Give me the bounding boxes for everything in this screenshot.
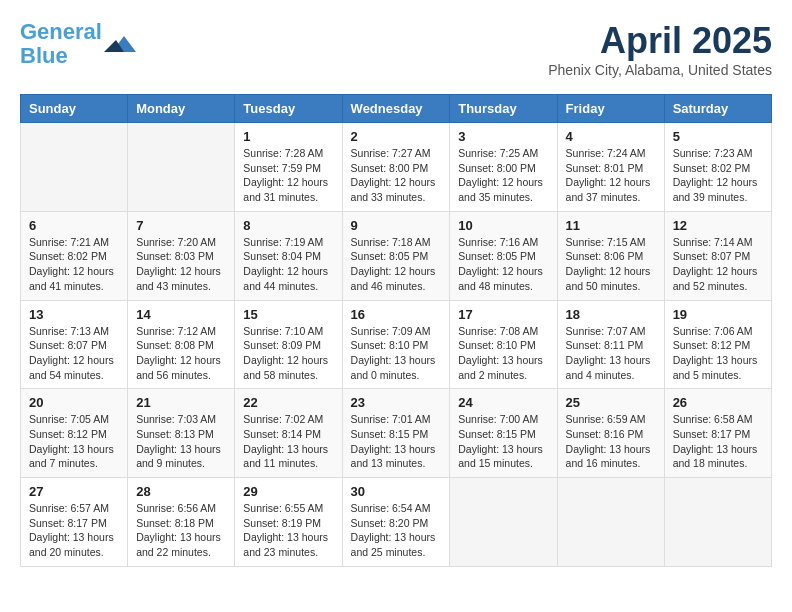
day-number: 2 (351, 129, 442, 144)
day-info: Sunrise: 7:14 AM Sunset: 8:07 PM Dayligh… (673, 235, 763, 294)
day-number: 10 (458, 218, 548, 233)
day-info: Sunrise: 7:27 AM Sunset: 8:00 PM Dayligh… (351, 146, 442, 205)
calendar-cell: 22Sunrise: 7:02 AM Sunset: 8:14 PM Dayli… (235, 389, 342, 478)
month-title: April 2025 (548, 20, 772, 62)
day-number: 29 (243, 484, 333, 499)
day-number: 8 (243, 218, 333, 233)
calendar-cell: 27Sunrise: 6:57 AM Sunset: 8:17 PM Dayli… (21, 478, 128, 567)
day-number: 19 (673, 307, 763, 322)
day-info: Sunrise: 6:56 AM Sunset: 8:18 PM Dayligh… (136, 501, 226, 560)
day-number: 11 (566, 218, 656, 233)
calendar-cell: 13Sunrise: 7:13 AM Sunset: 8:07 PM Dayli… (21, 300, 128, 389)
day-info: Sunrise: 7:09 AM Sunset: 8:10 PM Dayligh… (351, 324, 442, 383)
day-info: Sunrise: 6:54 AM Sunset: 8:20 PM Dayligh… (351, 501, 442, 560)
day-number: 27 (29, 484, 119, 499)
calendar-cell: 30Sunrise: 6:54 AM Sunset: 8:20 PM Dayli… (342, 478, 450, 567)
day-number: 16 (351, 307, 442, 322)
calendar-cell: 10Sunrise: 7:16 AM Sunset: 8:05 PM Dayli… (450, 211, 557, 300)
day-number: 12 (673, 218, 763, 233)
calendar-cell (664, 478, 771, 567)
weekday-header: Wednesday (342, 95, 450, 123)
calendar-cell: 7Sunrise: 7:20 AM Sunset: 8:03 PM Daylig… (128, 211, 235, 300)
day-number: 25 (566, 395, 656, 410)
calendar-cell: 18Sunrise: 7:07 AM Sunset: 8:11 PM Dayli… (557, 300, 664, 389)
calendar-cell (128, 123, 235, 212)
day-number: 7 (136, 218, 226, 233)
calendar-cell: 20Sunrise: 7:05 AM Sunset: 8:12 PM Dayli… (21, 389, 128, 478)
calendar-cell: 9Sunrise: 7:18 AM Sunset: 8:05 PM Daylig… (342, 211, 450, 300)
day-number: 23 (351, 395, 442, 410)
calendar-cell: 3Sunrise: 7:25 AM Sunset: 8:00 PM Daylig… (450, 123, 557, 212)
calendar-cell: 2Sunrise: 7:27 AM Sunset: 8:00 PM Daylig… (342, 123, 450, 212)
day-number: 9 (351, 218, 442, 233)
weekday-header: Saturday (664, 95, 771, 123)
day-info: Sunrise: 7:13 AM Sunset: 8:07 PM Dayligh… (29, 324, 119, 383)
calendar-cell: 28Sunrise: 6:56 AM Sunset: 8:18 PM Dayli… (128, 478, 235, 567)
day-info: Sunrise: 7:25 AM Sunset: 8:00 PM Dayligh… (458, 146, 548, 205)
day-info: Sunrise: 7:02 AM Sunset: 8:14 PM Dayligh… (243, 412, 333, 471)
day-number: 13 (29, 307, 119, 322)
weekday-header: Thursday (450, 95, 557, 123)
day-info: Sunrise: 6:57 AM Sunset: 8:17 PM Dayligh… (29, 501, 119, 560)
calendar-cell: 17Sunrise: 7:08 AM Sunset: 8:10 PM Dayli… (450, 300, 557, 389)
calendar-header-row: SundayMondayTuesdayWednesdayThursdayFrid… (21, 95, 772, 123)
calendar-cell (450, 478, 557, 567)
day-number: 22 (243, 395, 333, 410)
page-header: GeneralBlue April 2025 Phenix City, Alab… (20, 20, 772, 78)
calendar-cell: 4Sunrise: 7:24 AM Sunset: 8:01 PM Daylig… (557, 123, 664, 212)
day-info: Sunrise: 7:19 AM Sunset: 8:04 PM Dayligh… (243, 235, 333, 294)
day-number: 28 (136, 484, 226, 499)
day-number: 20 (29, 395, 119, 410)
day-number: 5 (673, 129, 763, 144)
calendar-cell: 11Sunrise: 7:15 AM Sunset: 8:06 PM Dayli… (557, 211, 664, 300)
calendar-cell (557, 478, 664, 567)
day-number: 18 (566, 307, 656, 322)
day-info: Sunrise: 7:15 AM Sunset: 8:06 PM Dayligh… (566, 235, 656, 294)
calendar-week-row: 13Sunrise: 7:13 AM Sunset: 8:07 PM Dayli… (21, 300, 772, 389)
day-info: Sunrise: 6:59 AM Sunset: 8:16 PM Dayligh… (566, 412, 656, 471)
title-block: April 2025 Phenix City, Alabama, United … (548, 20, 772, 78)
calendar-week-row: 1Sunrise: 7:28 AM Sunset: 7:59 PM Daylig… (21, 123, 772, 212)
day-number: 6 (29, 218, 119, 233)
weekday-header: Sunday (21, 95, 128, 123)
location: Phenix City, Alabama, United States (548, 62, 772, 78)
calendar-cell: 8Sunrise: 7:19 AM Sunset: 8:04 PM Daylig… (235, 211, 342, 300)
day-info: Sunrise: 7:18 AM Sunset: 8:05 PM Dayligh… (351, 235, 442, 294)
day-number: 14 (136, 307, 226, 322)
calendar-cell: 21Sunrise: 7:03 AM Sunset: 8:13 PM Dayli… (128, 389, 235, 478)
day-info: Sunrise: 6:55 AM Sunset: 8:19 PM Dayligh… (243, 501, 333, 560)
weekday-header: Tuesday (235, 95, 342, 123)
day-info: Sunrise: 7:12 AM Sunset: 8:08 PM Dayligh… (136, 324, 226, 383)
day-number: 1 (243, 129, 333, 144)
day-info: Sunrise: 7:00 AM Sunset: 8:15 PM Dayligh… (458, 412, 548, 471)
day-number: 4 (566, 129, 656, 144)
day-number: 26 (673, 395, 763, 410)
calendar-cell: 16Sunrise: 7:09 AM Sunset: 8:10 PM Dayli… (342, 300, 450, 389)
day-info: Sunrise: 7:23 AM Sunset: 8:02 PM Dayligh… (673, 146, 763, 205)
day-info: Sunrise: 7:20 AM Sunset: 8:03 PM Dayligh… (136, 235, 226, 294)
calendar-cell: 12Sunrise: 7:14 AM Sunset: 8:07 PM Dayli… (664, 211, 771, 300)
day-number: 15 (243, 307, 333, 322)
calendar-week-row: 27Sunrise: 6:57 AM Sunset: 8:17 PM Dayli… (21, 478, 772, 567)
calendar-cell: 6Sunrise: 7:21 AM Sunset: 8:02 PM Daylig… (21, 211, 128, 300)
day-info: Sunrise: 6:58 AM Sunset: 8:17 PM Dayligh… (673, 412, 763, 471)
day-info: Sunrise: 7:03 AM Sunset: 8:13 PM Dayligh… (136, 412, 226, 471)
weekday-header: Friday (557, 95, 664, 123)
day-info: Sunrise: 7:16 AM Sunset: 8:05 PM Dayligh… (458, 235, 548, 294)
calendar-week-row: 20Sunrise: 7:05 AM Sunset: 8:12 PM Dayli… (21, 389, 772, 478)
weekday-header: Monday (128, 95, 235, 123)
day-number: 21 (136, 395, 226, 410)
calendar-cell: 24Sunrise: 7:00 AM Sunset: 8:15 PM Dayli… (450, 389, 557, 478)
logo-icon (104, 28, 136, 60)
calendar-cell: 25Sunrise: 6:59 AM Sunset: 8:16 PM Dayli… (557, 389, 664, 478)
calendar-week-row: 6Sunrise: 7:21 AM Sunset: 8:02 PM Daylig… (21, 211, 772, 300)
calendar-cell: 1Sunrise: 7:28 AM Sunset: 7:59 PM Daylig… (235, 123, 342, 212)
logo-text: GeneralBlue (20, 20, 102, 68)
day-number: 24 (458, 395, 548, 410)
calendar-cell: 23Sunrise: 7:01 AM Sunset: 8:15 PM Dayli… (342, 389, 450, 478)
day-info: Sunrise: 7:01 AM Sunset: 8:15 PM Dayligh… (351, 412, 442, 471)
day-info: Sunrise: 7:10 AM Sunset: 8:09 PM Dayligh… (243, 324, 333, 383)
calendar-cell (21, 123, 128, 212)
day-number: 17 (458, 307, 548, 322)
day-info: Sunrise: 7:07 AM Sunset: 8:11 PM Dayligh… (566, 324, 656, 383)
